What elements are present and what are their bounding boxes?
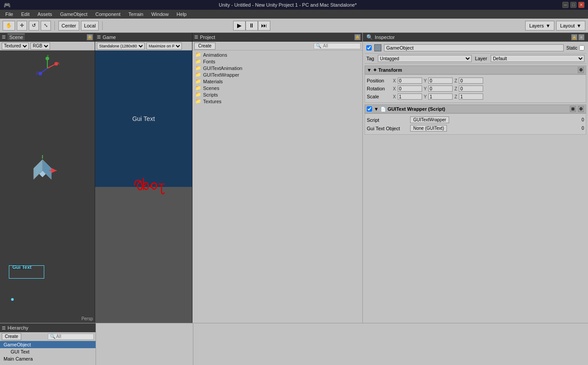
hierarchy-body: GameObject GUI Text Main Camera <box>0 341 96 365</box>
menu-file[interactable]: File <box>2 11 17 18</box>
gameobject-header: Static <box>365 43 586 54</box>
title-bar: 🎮 Unity - Untitled - New Unity Project 1… <box>0 0 588 10</box>
scene-lock-icon[interactable]: 🔒 <box>87 34 93 40</box>
position-row: Position X Y Z <box>367 77 584 85</box>
gui-text-value-text[interactable]: None (GUIText) <box>410 125 447 132</box>
scale-z-input[interactable] <box>459 93 483 100</box>
step-btn[interactable]: ⏭ <box>258 21 270 31</box>
axis-widget: X Y Z <box>34 55 61 82</box>
game-resolution[interactable]: Standalone (1280x80 <box>97 43 145 50</box>
move-tool-btn[interactable]: ✛ <box>17 21 27 31</box>
scene-color-mode[interactable]: RGB <box>31 43 50 50</box>
hierarchy-create-btn[interactable]: Create <box>2 333 21 340</box>
hierarchy-icon: ☰ <box>2 326 6 330</box>
layers-btn[interactable]: Layers ▼ <box>525 21 554 31</box>
gameobject-active-checkbox[interactable] <box>366 45 372 50</box>
game-toolbar: Standalone (1280x80 Maximize on Pl <box>95 42 192 50</box>
script-expand-icon[interactable]: ⊞ <box>570 106 576 112</box>
tag-select[interactable]: Untagged <box>378 55 472 62</box>
script-value-text[interactable]: GUITextWrapper <box>410 116 449 123</box>
tag-label: Tag <box>366 56 374 61</box>
project-lock-icon[interactable]: 🔒 <box>354 34 361 40</box>
scene-view[interactable]: X Y Z <box>0 50 95 323</box>
center-btn[interactable]: Center <box>58 21 79 31</box>
menu-gameobject[interactable]: GameObject <box>57 11 91 18</box>
menu-terrain[interactable]: Terrain <box>125 11 147 18</box>
menu-window[interactable]: Window <box>148 11 172 18</box>
folder-scripts[interactable]: 📁 Scripts <box>193 91 361 98</box>
menu-help[interactable]: Help <box>173 11 190 18</box>
local-btn[interactable]: Local <box>81 21 99 31</box>
folder-textures[interactable]: 📁 Textures <box>193 98 361 105</box>
game-view[interactable]: Gui Text <box>95 50 192 323</box>
hand-tool-btn[interactable]: ✋ <box>3 21 15 31</box>
scene-panel: ☰ Scene 🔒 Textured RGB <box>0 33 95 323</box>
scene-view-mode[interactable]: Textured <box>2 43 29 50</box>
hier-item-maincamera[interactable]: Main Camera <box>0 355 96 362</box>
script-enabled-checkbox[interactable] <box>367 106 372 112</box>
project-toolbar: Create 🔍 <box>192 42 362 50</box>
search-icon: 🔍 <box>316 43 321 48</box>
rot-x-input[interactable] <box>398 85 422 92</box>
hierarchy-toolbar: Create 🔍 <box>0 332 96 341</box>
project-tab-label[interactable]: Project <box>200 35 215 40</box>
rot-z-input[interactable] <box>459 85 483 92</box>
gameobject-icon <box>374 44 381 51</box>
script-component-header[interactable]: ▼ 📄 GUIText Wrapper (Script) ⊞ ⚙ <box>365 105 586 113</box>
game-maximize[interactable]: Maximize on Pl <box>146 43 182 50</box>
script-component-icons: ⊞ ⚙ <box>570 106 584 112</box>
layer-select[interactable]: Default <box>491 55 584 62</box>
menu-component[interactable]: Component <box>92 11 124 18</box>
transform-settings-icon[interactable]: ⚙ <box>578 67 584 73</box>
rot-y-input[interactable] <box>428 85 453 92</box>
hier-item-guitext[interactable]: GUI Text <box>0 348 96 355</box>
pos-x-input[interactable] <box>398 78 422 84</box>
rotate-tool-btn[interactable]: ↺ <box>29 21 39 31</box>
pos-z-input[interactable] <box>459 78 483 84</box>
folder-guitextwrapper[interactable]: 📁 GUITextWrapper <box>193 71 361 78</box>
folder-animations[interactable]: 📁 Animations <box>193 51 361 58</box>
project-create-btn[interactable]: Create <box>194 43 215 50</box>
scene-tab-label[interactable]: Scene <box>8 34 25 40</box>
hier-guitext-label: GUI Text <box>11 349 30 354</box>
script-component-label: GUIText Wrapper (Script) <box>388 106 445 112</box>
folder-fonts[interactable]: 📁 Fonts <box>193 58 361 65</box>
play-btn[interactable]: ▶ <box>233 21 246 31</box>
transform-header[interactable]: ▼ ⌖ Transform ⚙ <box>365 66 586 74</box>
close-btn[interactable]: ✕ <box>578 2 584 8</box>
hier-item-gameobject[interactable]: GameObject <box>0 341 96 348</box>
hier-search-icon: 🔍 <box>50 334 55 339</box>
hierarchy-search-input[interactable] <box>56 334 92 339</box>
scale-tool-btn[interactable]: ⤡ <box>41 21 51 31</box>
script-settings-icon[interactable]: ⚙ <box>578 106 584 112</box>
layout-btn[interactable]: Layout ▼ <box>556 21 585 31</box>
scale-y-input[interactable] <box>428 93 453 100</box>
hierarchy-panel: ☰ Hierarchy Create 🔍 GameObject GUI Text… <box>0 323 96 365</box>
rot-x-label: X <box>393 86 396 91</box>
menu-assets[interactable]: Assets <box>34 11 56 18</box>
scale-x-input[interactable] <box>398 93 422 100</box>
project-search-input[interactable] <box>323 43 358 48</box>
transform-label: Transform <box>378 67 402 73</box>
folder-guitextanimation[interactable]: 📁 GUITextAnimation <box>193 65 361 71</box>
gameobject-name-input[interactable] <box>384 44 564 51</box>
hierarchy-tab-label[interactable]: Hierarchy <box>8 325 28 330</box>
script-value-container: GUITextWrapper <box>410 116 578 123</box>
folder-label: Materials <box>203 79 223 84</box>
project-bottom-panel <box>193 323 588 365</box>
folder-materials[interactable]: 📁 Materials <box>193 78 361 85</box>
pause-btn[interactable]: ⏸ <box>246 21 258 31</box>
folder-scenes[interactable]: 📁 Scenes <box>193 85 361 91</box>
inspector-lock-icon[interactable]: 🔒 <box>571 34 577 40</box>
scale-row: Scale X Y Z <box>367 93 584 101</box>
maximize-btn[interactable]: □ <box>570 2 576 8</box>
game-tab-label[interactable]: Game <box>103 35 116 40</box>
minimize-btn[interactable]: ─ <box>562 2 569 8</box>
inspector-tab-label[interactable]: Inspector <box>375 35 395 40</box>
unity-icon: 🎮 <box>4 2 11 8</box>
game-bottom-section <box>95 187 192 323</box>
static-checkbox[interactable] <box>579 45 584 50</box>
inspector-menu-icon[interactable]: ≡ <box>578 34 584 40</box>
menu-edit[interactable]: Edit <box>18 11 33 18</box>
pos-y-input[interactable] <box>428 78 453 84</box>
